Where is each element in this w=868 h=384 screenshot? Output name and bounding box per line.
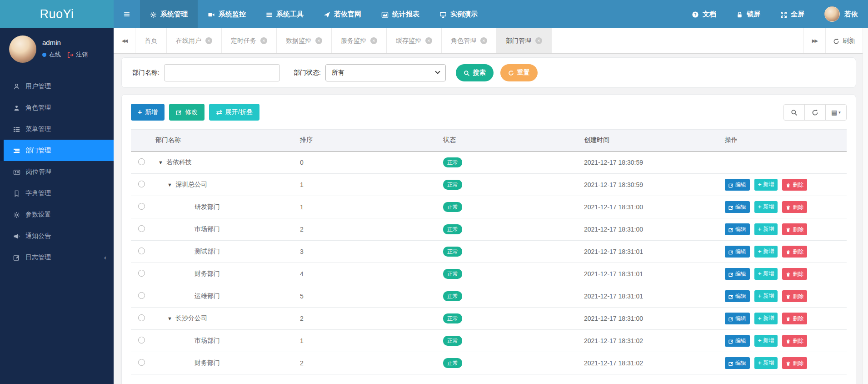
table-row[interactable]: ▼ 财务部门 4 正常 2021-12-17 18:31:01 编辑 + 新增 …: [131, 263, 847, 285]
sidebar-item-dept-manage[interactable]: 部门管理: [0, 140, 114, 161]
tab-scheduled-jobs[interactable]: 定时任务 ×: [222, 28, 277, 53]
row-radio[interactable]: [138, 203, 145, 210]
row-radio[interactable]: [138, 158, 145, 165]
caret-down-icon[interactable]: ▼: [167, 316, 172, 321]
fullscreen-button[interactable]: 全屏: [770, 0, 814, 28]
row-add-button[interactable]: + 新增: [754, 223, 778, 235]
table-row[interactable]: ▼ 研发部门 1 正常 2021-12-17 18:31:00 编辑 + 新增 …: [131, 196, 847, 218]
vertical-scrollbar[interactable]: [863, 28, 868, 384]
lock-screen-button[interactable]: 锁屏: [726, 0, 770, 28]
row-delete-button[interactable]: 删除: [782, 335, 807, 347]
row-edit-button[interactable]: 编辑: [725, 313, 750, 324]
brand-logo[interactable]: RuoYi: [0, 0, 114, 28]
row-delete-button[interactable]: 删除: [782, 290, 807, 302]
row-edit-button[interactable]: 编辑: [725, 246, 750, 258]
column-header-status[interactable]: 状态: [439, 130, 580, 152]
row-edit-button[interactable]: 编辑: [725, 268, 750, 280]
column-header-created-time[interactable]: 创建时间: [580, 130, 721, 152]
row-radio[interactable]: [138, 248, 145, 254]
row-add-button[interactable]: + 新增: [754, 335, 778, 347]
table-row[interactable]: ▼ 市场部门 2 正常 2021-12-17 18:31:00 编辑 + 新增 …: [131, 218, 847, 241]
row-delete-button[interactable]: 删除: [782, 223, 807, 235]
table-row[interactable]: ▼ 深圳总公司 1 正常 2021-12-17 18:30:59 编辑 + 新增…: [131, 174, 847, 196]
row-delete-button[interactable]: 删除: [782, 313, 807, 324]
refresh-tab-button[interactable]: 刷新: [825, 28, 863, 53]
tabs-scroll-left-button[interactable]: ◀◀: [114, 28, 135, 53]
close-icon[interactable]: ×: [205, 37, 212, 44]
row-add-button[interactable]: + 新增: [754, 179, 778, 191]
tab-cache-monitor[interactable]: 缓存监控 ×: [387, 28, 442, 53]
close-icon[interactable]: ×: [315, 37, 322, 44]
row-add-button[interactable]: + 新增: [754, 246, 778, 258]
sidebar-item-post-manage[interactable]: 岗位管理: [0, 161, 114, 182]
table-row[interactable]: ▼ 财务部门 2 正常 2021-12-17 18:31:02 编辑 + 新增 …: [131, 352, 847, 374]
row-edit-button[interactable]: 编辑: [725, 290, 750, 302]
reset-button[interactable]: 重置: [500, 64, 538, 81]
avatar[interactable]: [9, 35, 36, 63]
tab-dept-manage[interactable]: 部门管理 ×: [497, 28, 552, 53]
row-add-button[interactable]: + 新增: [754, 313, 778, 324]
row-edit-button[interactable]: 编辑: [725, 179, 750, 191]
topnav-item-official-site[interactable]: 若依官网: [314, 0, 371, 28]
row-radio[interactable]: [138, 314, 145, 321]
close-icon[interactable]: ×: [260, 37, 267, 44]
row-edit-button[interactable]: 编辑: [725, 223, 750, 235]
expand-collapse-button[interactable]: ⇄ 展开/折叠: [209, 104, 259, 121]
row-add-button[interactable]: + 新增: [754, 201, 778, 213]
tabs-scroll-right-button[interactable]: ▶▶: [803, 28, 825, 53]
sidebar-item-log-manage[interactable]: 日志管理 ‹: [0, 247, 114, 268]
row-delete-button[interactable]: 删除: [782, 246, 807, 258]
row-radio[interactable]: [138, 292, 145, 299]
close-icon[interactable]: ×: [370, 37, 377, 44]
sidebar-item-notice[interactable]: 通知公告: [0, 225, 114, 247]
table-row[interactable]: ▼ 测试部门 3 正常 2021-12-17 18:31:01 编辑 + 新增 …: [131, 241, 847, 263]
user-menu[interactable]: 若依: [814, 0, 868, 28]
row-add-button[interactable]: + 新增: [754, 268, 778, 280]
edit-button[interactable]: 修改: [169, 104, 205, 121]
caret-down-icon[interactable]: ▼: [158, 160, 163, 165]
sidebar-toggle-button[interactable]: ≡: [114, 0, 140, 28]
sidebar-item-menu-manage[interactable]: 菜单管理: [0, 118, 114, 140]
tab-online-users[interactable]: 在线用户 ×: [167, 28, 222, 53]
sidebar-item-role-manage[interactable]: 角色管理: [0, 97, 114, 118]
table-row[interactable]: ▼ 市场部门 1 正常 2021-12-17 18:31:02 编辑 + 新增 …: [131, 330, 847, 352]
row-edit-button[interactable]: 编辑: [725, 201, 750, 213]
row-delete-button[interactable]: 删除: [782, 357, 807, 369]
dept-name-input[interactable]: [164, 64, 280, 81]
add-button[interactable]: + 新增: [131, 104, 165, 121]
table-row[interactable]: ▼ 运维部门 5 正常 2021-12-17 18:31:01 编辑 + 新增 …: [131, 285, 847, 308]
row-delete-button[interactable]: 删除: [782, 179, 807, 191]
row-add-button[interactable]: + 新增: [754, 357, 778, 369]
columns-dropdown-button[interactable]: ▤ ▾: [825, 104, 847, 121]
row-add-button[interactable]: + 新增: [754, 290, 778, 302]
topnav-item-system-manage[interactable]: 系统管理: [140, 0, 198, 28]
docs-button[interactable]: ? 文档: [682, 0, 726, 28]
row-delete-button[interactable]: 删除: [782, 201, 807, 213]
close-icon[interactable]: ×: [480, 37, 487, 44]
table-row[interactable]: ▼ 长沙分公司 2 正常 2021-12-17 18:31:00 编辑 + 新增…: [131, 308, 847, 330]
sidebar-item-user-manage[interactable]: 用户管理: [0, 76, 114, 97]
tab-service-monitor[interactable]: 服务监控 ×: [332, 28, 387, 53]
show-search-button[interactable]: [783, 104, 805, 121]
close-icon[interactable]: ×: [535, 37, 542, 44]
search-button[interactable]: 搜索: [456, 64, 494, 81]
tab-role-manage[interactable]: 角色管理 ×: [442, 28, 497, 53]
row-radio[interactable]: [138, 270, 145, 277]
sidebar-item-param-settings[interactable]: 参数设置: [0, 204, 114, 225]
caret-down-icon[interactable]: ▼: [167, 182, 172, 187]
topnav-item-demo[interactable]: 实例演示: [429, 0, 488, 28]
refresh-table-button[interactable]: [804, 104, 826, 121]
sidebar-item-dict-manage[interactable]: 字典管理: [0, 182, 114, 204]
dept-status-select[interactable]: 所有: [325, 64, 446, 81]
row-radio[interactable]: [138, 359, 145, 366]
row-radio[interactable]: [138, 225, 145, 232]
table-row[interactable]: ▼ 若依科技 0 正常 2021-12-17 18:30:59 编辑 + 新增 …: [131, 152, 847, 174]
column-header-dept-name[interactable]: 部门名称: [152, 130, 296, 152]
topnav-item-statistics[interactable]: 统计报表: [371, 0, 429, 28]
close-icon[interactable]: ×: [425, 37, 432, 44]
row-edit-button[interactable]: 编辑: [725, 357, 750, 369]
logout-button[interactable]: 注销: [67, 51, 88, 59]
column-header-sort[interactable]: 排序: [296, 130, 439, 152]
topnav-item-system-monitor[interactable]: 系统监控: [198, 0, 256, 28]
row-delete-button[interactable]: 删除: [782, 268, 807, 280]
